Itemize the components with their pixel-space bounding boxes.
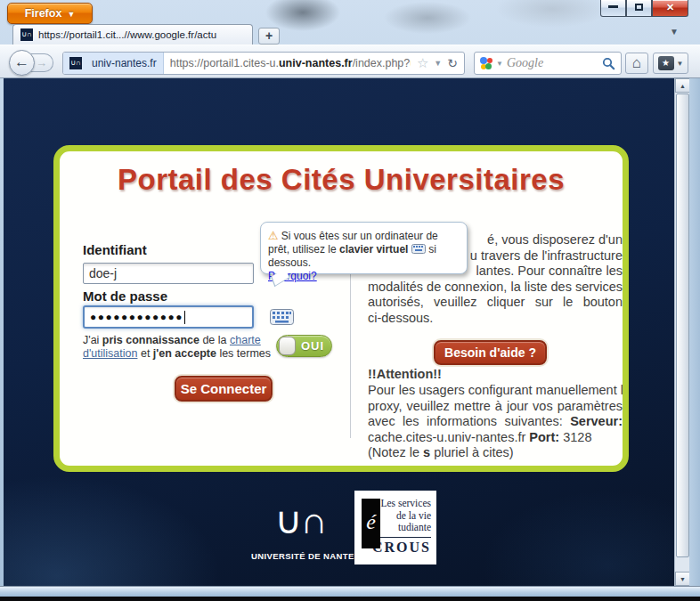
maximize-icon (635, 4, 643, 11)
tab-favicon: ∪∩ (20, 28, 33, 41)
keyboard-inline-icon (411, 244, 426, 254)
info-line: modalités de connexion, la liste des ser… (368, 280, 623, 296)
crous-accent-bar: é (362, 499, 380, 548)
page-title: Portail des Cités Universitaires (53, 163, 629, 197)
attention-t: avec les informations suivantes: (368, 414, 570, 428)
text-cursor (184, 311, 186, 324)
url-dropdown-icon[interactable]: ▼ (434, 59, 442, 68)
close-button[interactable]: ✕ (652, 0, 688, 17)
password-dots: ●●●●●●●●●●●● (90, 311, 183, 323)
attention-line: cache.cites-u.univ-nantes.fr Port: 3128 (368, 430, 623, 446)
new-tab-button[interactable]: + (258, 28, 280, 45)
minimize-icon (608, 5, 618, 8)
terms-text: J'ai pris connaissance de la charte d'ut… (83, 334, 273, 361)
terms-b2: j'en accepte (153, 347, 216, 360)
reload-icon[interactable]: ↻ (447, 56, 458, 70)
site-identity-chip[interactable]: ∪∩ univ-nantes.fr (63, 53, 164, 74)
info-line: ci-dessous. (368, 311, 623, 327)
browser-tab[interactable]: ∪∩ https://portail1.cit...//www.google.f… (12, 24, 253, 45)
crous-logo: é Les services de la vie tudiante CROUS (354, 491, 436, 564)
connect-button[interactable]: Se Connecter (175, 376, 273, 402)
terms-t1: J'ai (83, 334, 102, 346)
attention-title: !!Attention!! (368, 367, 623, 383)
url-text[interactable]: https://portail1.cites-u.univ-nantes.fr/… (164, 57, 411, 69)
home-button[interactable]: ⌂ (625, 53, 648, 74)
help-button[interactable]: Besoin d'aide ? (434, 340, 547, 365)
window-bottom-border (0, 586, 700, 597)
bookmarks-button[interactable]: ★ ▼ (653, 53, 688, 74)
terms-b1: pris connaissance (102, 334, 199, 346)
warning-icon: ⚠ (268, 229, 279, 242)
server-label: Serveur: (570, 414, 623, 428)
browser-window: Firefox▼ ✕ ∪∩ https://portail1.cit...//w… (0, 0, 700, 601)
minimize-button[interactable] (600, 0, 626, 17)
bookmark-star-icon[interactable]: ☆ (417, 55, 428, 71)
virtual-keyboard-tooltip: ⚠Si vous êtes sur un ordinateur de prêt,… (260, 222, 468, 274)
note-s: s (423, 445, 430, 459)
username-label: Identifiant (83, 242, 147, 257)
scroll-up-icon[interactable]: ▲ (675, 78, 690, 93)
vertical-scrollbar[interactable]: ▲ ▼ (674, 78, 689, 586)
terms-t4: les termes (216, 347, 271, 360)
firefox-menu-button[interactable]: Firefox▼ (7, 3, 93, 24)
google-logo-icon[interactable] (480, 57, 492, 69)
bookmarks-dropdown-icon: ▼ (677, 60, 684, 68)
scroll-down-icon[interactable]: ▼ (675, 572, 690, 586)
password-input[interactable]: ●●●●●●●●●●●● (83, 305, 254, 329)
username-input[interactable] (83, 263, 254, 284)
info-line: autorisés, veuillez cliquer sur le bouto… (368, 295, 623, 311)
universite-nantes-logo: ∪∩ UNIVERSITÉ DE NANTES (251, 494, 349, 561)
attention-line: avec les informations suivantes: Serveur… (368, 414, 623, 430)
urlbar-favicon: ∪∩ (69, 57, 82, 69)
search-bar[interactable]: ▼ (474, 52, 622, 75)
crous-accent-letter: é (366, 510, 376, 533)
identity-domain: univ-nantes.fr (92, 57, 157, 69)
un-logo-icon: ∪∩ (251, 494, 349, 548)
chevron-down-icon: ▼ (67, 10, 75, 19)
attention-line: (Notez le s pluriel à cites) (368, 445, 623, 461)
note-t1: (Notez le (368, 445, 423, 459)
maximize-button[interactable] (626, 0, 652, 17)
virtual-keyboard-icon[interactable] (270, 309, 294, 325)
tooltip-bold: clavier virtuel (339, 243, 408, 256)
crous-divider (379, 537, 431, 538)
attention-line: proxy, veuillez mettre à jour vos paramè… (368, 399, 623, 415)
window-right-border (689, 78, 700, 586)
search-engine-dropdown-icon[interactable]: ▼ (496, 60, 503, 68)
search-icon[interactable] (602, 57, 615, 70)
window-controls: ✕ (600, 0, 688, 17)
attention-line: Pour les usagers configurant manuellemen… (368, 383, 623, 399)
firefox-menu-label: Firefox (25, 7, 62, 20)
accept-toggle[interactable]: OUI (276, 335, 332, 357)
close-icon: ✕ (666, 2, 674, 12)
toggle-knob (279, 337, 296, 355)
url-domain: univ-nantes.fr (279, 57, 353, 69)
bookmarks-star-icon: ★ (658, 56, 674, 70)
search-input[interactable] (507, 56, 598, 70)
terms-t3: et (137, 347, 152, 360)
password-label: Mot de passe (83, 288, 167, 304)
port-value: 3128 (559, 430, 591, 444)
toggle-label: OUI (301, 339, 324, 353)
url-pre: https://portail1.cites-u. (170, 57, 279, 69)
list-all-tabs-icon[interactable]: ▼ (670, 27, 679, 37)
terms-t2: de la (199, 334, 230, 346)
note-t2: pluriel à cites) (430, 445, 513, 459)
un-logo-caption: UNIVERSITÉ DE NANTES (251, 551, 349, 561)
tab-title: https://portail1.cit...//www.google.fr/a… (38, 29, 216, 40)
attention-block: !!Attention!! Pour les usagers configura… (368, 367, 623, 461)
back-button[interactable]: ← (9, 50, 35, 76)
port-label: Port: (529, 430, 559, 444)
scrollbar-thumb[interactable] (676, 93, 689, 557)
url-bar[interactable]: ∪∩ univ-nantes.fr https://portail1.cites… (62, 52, 465, 75)
screen-edge (0, 597, 700, 601)
server-value: cache.cites-u.univ-nantes.fr (368, 430, 529, 444)
url-post: /index.php?url= (353, 57, 411, 69)
